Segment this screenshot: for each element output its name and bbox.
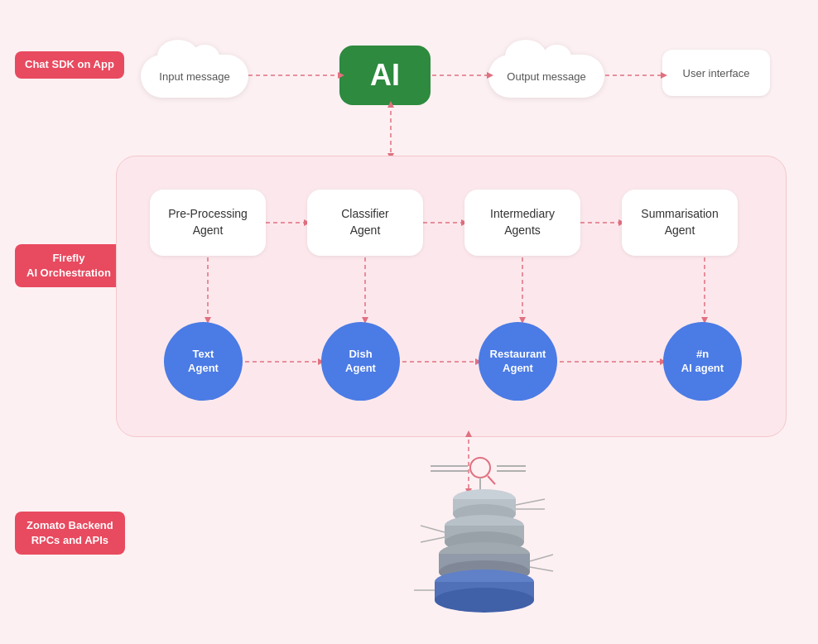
intermediary-agents-box: IntermediaryAgents [464,190,580,256]
svg-line-42 [516,499,545,505]
firefly-label: Firefly AI Orchestration [15,244,123,287]
svg-line-33 [488,476,495,484]
chat-sdk-label: Chat SDK on App [15,51,124,79]
restaurant-agent-circle: RestaurantAgent [479,322,557,401]
svg-line-53 [530,567,553,571]
preprocessing-agent-box: Pre-ProcessingAgent [150,190,266,256]
svg-line-47 [421,526,445,532]
classifier-agent-box: ClassifierAgent [307,190,423,256]
orchestration-panel: Pre-ProcessingAgent ClassifierAgent Inte… [116,156,787,437]
dish-agent-circle: DishAgent [321,322,400,401]
n-ai-agent-circle: #nAI agent [663,322,742,401]
text-agent-circle: TextAgent [164,322,243,401]
user-interface-box: User interface [662,50,770,96]
ai-box: AI [339,46,431,105]
summarisation-agent-box: SummarisationAgent [622,190,738,256]
database-illustration [406,443,571,617]
svg-point-56 [435,588,534,613]
input-message-cloud: Input message [141,55,248,98]
svg-point-32 [470,458,490,478]
vertical-bidirectional-arrow [374,99,407,161]
output-message-cloud: Output message [488,55,604,98]
svg-line-48 [421,537,445,542]
svg-line-52 [530,555,553,561]
zomato-backend-label: Zomato Backend RPCs and APIs [15,512,125,555]
